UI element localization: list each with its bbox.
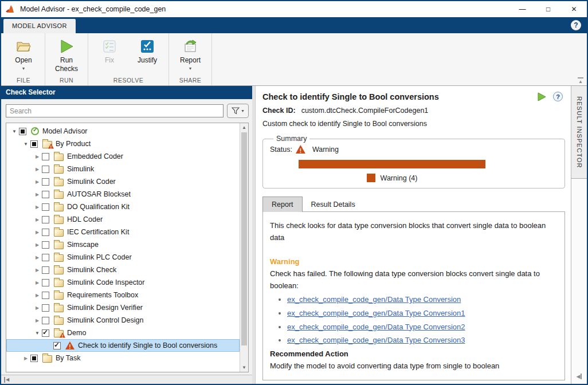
block-link[interactable]: ex_check_compile_code_gen/Data Type Conv… bbox=[287, 323, 465, 331]
expand-icon[interactable]: ▶ bbox=[33, 179, 42, 184]
scroll-down-icon[interactable]: ▼ bbox=[240, 365, 248, 370]
tree-item[interactable]: ▶Requirements Toolbox bbox=[6, 289, 240, 301]
fix-button[interactable]: Fix bbox=[92, 37, 127, 65]
tree-checkbox[interactable] bbox=[42, 191, 49, 198]
tree-item[interactable]: ▶IEC Certification Kit bbox=[6, 226, 240, 238]
expand-icon[interactable]: ▶ bbox=[21, 356, 30, 361]
block-link[interactable]: ex_check_compile_code_gen/Data Type Conv… bbox=[287, 336, 465, 344]
tree-item[interactable]: ▼By Product bbox=[6, 138, 240, 150]
tree-checkbox[interactable] bbox=[30, 140, 38, 148]
maximize-button[interactable]: □ bbox=[535, 1, 561, 17]
expand-icon[interactable]: ▶ bbox=[33, 293, 42, 298]
expand-icon[interactable]: ▶ bbox=[33, 192, 42, 197]
tree-item[interactable]: ▶By Task bbox=[6, 352, 240, 364]
report-intro: This check looks for data type conversio… bbox=[270, 220, 558, 244]
expand-icon[interactable]: ▶ bbox=[33, 242, 42, 247]
ribbon-help-icon[interactable]: ? bbox=[571, 20, 581, 30]
tree-item[interactable]: ▼Demo bbox=[6, 327, 240, 339]
tree-item[interactable]: ▶DO Qualification Kit bbox=[6, 201, 240, 213]
expand-icon[interactable]: ▶ bbox=[33, 318, 42, 323]
tree-checkbox[interactable] bbox=[42, 279, 49, 286]
run-check-icon[interactable] bbox=[537, 92, 546, 101]
toolbar-group-run: Run Checks RUN bbox=[45, 33, 88, 85]
tree-checkbox[interactable] bbox=[42, 241, 49, 249]
scrollbar-thumb[interactable] bbox=[241, 132, 247, 345]
collapse-left-panel-icon[interactable]: ◀ bbox=[4, 377, 9, 383]
tree-item[interactable]: ▶Simscape bbox=[6, 238, 240, 251]
tree-item[interactable]: ▶HDL Coder bbox=[6, 213, 240, 226]
tree-item-label: IEC Certification Kit bbox=[67, 228, 132, 236]
ribbon-tab-bar: MODEL ADVISOR ? bbox=[1, 17, 587, 33]
check-help-icon[interactable]: ? bbox=[553, 92, 563, 101]
tree-item[interactable]: ▶AUTOSAR Blockset bbox=[6, 188, 240, 201]
block-link[interactable]: ex_check_compile_code_gen/Data Type Conv… bbox=[287, 309, 465, 317]
folder-icon bbox=[54, 292, 64, 300]
tree-scrollbar[interactable]: ▲ ▼ bbox=[240, 123, 248, 372]
tree-item[interactable]: Check to identify Single to Bool convers… bbox=[6, 339, 240, 352]
tree-item[interactable]: ▶Simulink PLC Coder bbox=[6, 251, 240, 264]
expand-icon[interactable]: ▶ bbox=[33, 305, 42, 311]
tree-item-label: Model Advisor bbox=[42, 127, 91, 135]
run-checks-button[interactable]: Run Checks bbox=[49, 37, 84, 73]
tree-checkbox[interactable] bbox=[42, 254, 49, 261]
tree-checkbox[interactable] bbox=[42, 229, 49, 236]
expand-icon[interactable]: ▶ bbox=[33, 154, 42, 159]
tree-checkbox[interactable] bbox=[19, 128, 26, 135]
tree-item[interactable]: ▶Simulink bbox=[6, 163, 240, 175]
collapse-icon[interactable]: ▼ bbox=[21, 142, 30, 147]
tree-item-label: AUTOSAR Blockset bbox=[67, 190, 134, 198]
collapse-icon[interactable]: ▼ bbox=[10, 129, 19, 134]
tree-checkbox[interactable] bbox=[42, 329, 49, 337]
expand-icon[interactable]: ▶ bbox=[33, 255, 42, 260]
tree-item[interactable]: ▶Simulink Control Design bbox=[6, 314, 240, 327]
tab-report[interactable]: Report bbox=[262, 197, 303, 212]
tree-item[interactable]: ▼Model Advisor bbox=[6, 125, 240, 138]
tree-item[interactable]: ▶Simulink Check bbox=[6, 264, 240, 276]
tree-checkbox[interactable] bbox=[42, 178, 49, 186]
check-selector-panel: Check Selector ▾ ▼Model Advisor▼By Produ… bbox=[1, 86, 252, 384]
tree-checkbox[interactable] bbox=[53, 342, 61, 349]
close-button[interactable]: ✕ bbox=[561, 1, 587, 17]
minimize-button[interactable]: — bbox=[509, 1, 535, 17]
tree-checkbox[interactable] bbox=[42, 216, 49, 223]
tree-checkbox[interactable] bbox=[30, 355, 38, 362]
report-button[interactable]: Report ▾ bbox=[173, 37, 208, 71]
warning-heading: Warning bbox=[270, 256, 558, 268]
status-value: Warning bbox=[312, 146, 339, 154]
link-list-item: ex_check_compile_code_gen/Data Type Conv… bbox=[287, 321, 558, 333]
tree-checkbox[interactable] bbox=[42, 203, 49, 211]
tree-checkbox[interactable] bbox=[42, 153, 49, 160]
tree-item[interactable]: ▶Simulink Code Inspector bbox=[6, 276, 240, 289]
expand-icon[interactable]: ▶ bbox=[33, 205, 42, 210]
result-inspector-label: RESULT INSPECTOR bbox=[576, 96, 583, 168]
tree-checkbox[interactable] bbox=[42, 166, 49, 173]
collapse-panel-up-icon[interactable]: ▲ bbox=[578, 77, 583, 85]
expand-icon[interactable]: ▶ bbox=[33, 268, 42, 273]
open-button[interactable]: Open ▾ bbox=[6, 37, 41, 71]
scroll-up-icon[interactable]: ▲ bbox=[240, 125, 248, 130]
link-list-item: ex_check_compile_code_gen/Data Type Conv… bbox=[287, 335, 558, 347]
tree-checkbox[interactable] bbox=[42, 292, 49, 299]
tab-model-advisor[interactable]: MODEL ADVISOR bbox=[3, 19, 76, 33]
tree-item-label: HDL Coder bbox=[67, 215, 106, 223]
expand-icon[interactable]: ▶ bbox=[33, 230, 42, 235]
justify-button[interactable]: Justify bbox=[130, 37, 165, 65]
filter-button[interactable]: ▾ bbox=[227, 104, 249, 118]
tree-checkbox[interactable] bbox=[42, 304, 49, 312]
tree-checkbox[interactable] bbox=[42, 317, 49, 324]
search-input[interactable] bbox=[6, 104, 224, 117]
expand-icon[interactable]: ▶ bbox=[33, 280, 42, 285]
tree-item[interactable]: ▶Simulink Design Verifier bbox=[6, 301, 240, 314]
tree-item[interactable]: ▶Simulink Coder bbox=[6, 175, 240, 188]
tree-item[interactable]: ▶Embedded Coder bbox=[6, 150, 240, 163]
block-link[interactable]: ex_check_compile_code_gen/Data Type Conv… bbox=[287, 295, 461, 304]
warning-triangle-icon bbox=[296, 145, 305, 154]
tree-checkbox[interactable] bbox=[42, 266, 49, 274]
expand-icon[interactable]: ▶ bbox=[33, 217, 42, 222]
tab-result-details[interactable]: Result Details bbox=[303, 197, 364, 212]
result-inspector-tab[interactable]: RESULT INSPECTOR bbox=[571, 86, 587, 179]
expand-icon[interactable]: ▶ bbox=[33, 167, 42, 172]
expand-result-inspector[interactable]: ◀ bbox=[571, 370, 587, 380]
justify-button-label: Justify bbox=[138, 56, 157, 65]
collapse-icon[interactable]: ▼ bbox=[33, 331, 42, 336]
